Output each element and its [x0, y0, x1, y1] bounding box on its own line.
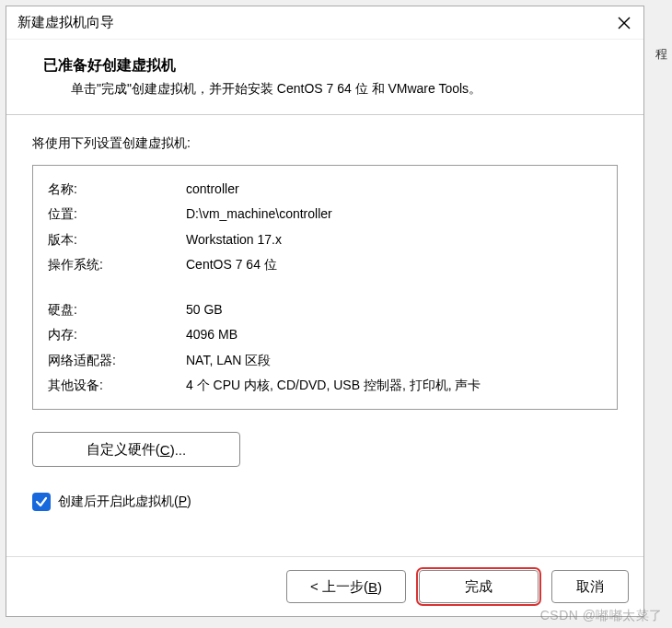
setting-row-name: 名称: controller	[48, 177, 602, 202]
setting-key: 位置:	[48, 202, 186, 227]
setting-row-memory: 内存: 4096 MB	[48, 322, 602, 347]
setting-row-os: 操作系统: CentOS 7 64 位	[48, 252, 602, 277]
cancel-button[interactable]: 取消	[551, 570, 629, 603]
back-button[interactable]: < 上一步(B)	[286, 570, 406, 603]
power-on-checkbox-row: 创建后开启此虚拟机(P)	[32, 493, 618, 511]
button-label: 取消	[576, 578, 604, 596]
button-label-prefix: 自定义硬件(	[87, 441, 160, 459]
button-hotkey: B	[368, 579, 377, 595]
spacer	[48, 277, 602, 297]
button-label-prefix: < 上一步(	[310, 578, 368, 596]
setting-val: CentOS 7 64 位	[186, 252, 602, 277]
background-text-fragment: 程	[655, 46, 672, 63]
setting-val: D:\vm_machine\controller	[186, 202, 602, 227]
wizard-dialog: 新建虚拟机向导 已准备好创建虚拟机 单击"完成"创建虚拟机，并开始安装 Cent…	[6, 6, 644, 617]
customize-hardware-button[interactable]: 自定义硬件(C)...	[32, 432, 240, 467]
footer-buttons: < 上一步(B) 完成 取消	[6, 556, 643, 616]
close-icon	[618, 17, 631, 29]
setting-val: controller	[186, 177, 602, 202]
header-section: 已准备好创建虚拟机 单击"完成"创建虚拟机，并开始安装 CentOS 7 64 …	[6, 40, 643, 115]
close-button[interactable]	[614, 13, 634, 33]
label-hotkey: P	[179, 494, 187, 508]
setting-key: 操作系统:	[48, 252, 186, 277]
button-label: 完成	[465, 578, 492, 596]
setting-row-disk: 硬盘: 50 GB	[48, 297, 602, 322]
label-suffix: )	[187, 494, 191, 508]
setting-val: NAT, LAN 区段	[186, 348, 602, 373]
button-hotkey: C	[160, 442, 170, 458]
settings-summary-box: 名称: controller 位置: D:\vm_machine\control…	[32, 165, 618, 410]
setting-key: 版本:	[48, 227, 186, 252]
header-subtitle: 单击"完成"创建虚拟机，并开始安装 CentOS 7 64 位 和 VMware…	[43, 81, 607, 98]
setting-row-network: 网络适配器: NAT, LAN 区段	[48, 348, 602, 373]
window-title: 新建虚拟机向导	[17, 14, 114, 31]
button-label-suffix: )...	[170, 442, 187, 458]
setting-row-version: 版本: Workstation 17.x	[48, 227, 602, 252]
power-on-checkbox-label: 创建后开启此虚拟机(P)	[58, 494, 191, 510]
setting-val: 50 GB	[186, 297, 602, 322]
finish-button[interactable]: 完成	[419, 570, 539, 603]
setting-row-location: 位置: D:\vm_machine\controller	[48, 202, 602, 227]
label-prefix: 创建后开启此虚拟机(	[58, 494, 179, 508]
setting-row-other-devices: 其他设备: 4 个 CPU 内核, CD/DVD, USB 控制器, 打印机, …	[48, 373, 602, 398]
setting-val: 4 个 CPU 内核, CD/DVD, USB 控制器, 打印机, 声卡	[186, 373, 602, 398]
titlebar: 新建虚拟机向导	[6, 6, 643, 40]
power-on-checkbox[interactable]	[32, 493, 51, 511]
check-icon	[35, 495, 48, 508]
setting-key: 内存:	[48, 322, 186, 347]
content-area: 将使用下列设置创建虚拟机: 名称: controller 位置: D:\vm_m…	[6, 115, 643, 556]
setting-key: 硬盘:	[48, 297, 186, 322]
header-title: 已准备好创建虚拟机	[43, 56, 607, 76]
setting-key: 网络适配器:	[48, 348, 186, 373]
button-label-suffix: )	[377, 579, 382, 595]
setting-key: 其他设备:	[48, 373, 186, 398]
setting-val: 4096 MB	[186, 322, 602, 347]
settings-heading: 将使用下列设置创建虚拟机:	[32, 135, 618, 152]
setting-val: Workstation 17.x	[186, 227, 602, 252]
setting-key: 名称:	[48, 177, 186, 202]
